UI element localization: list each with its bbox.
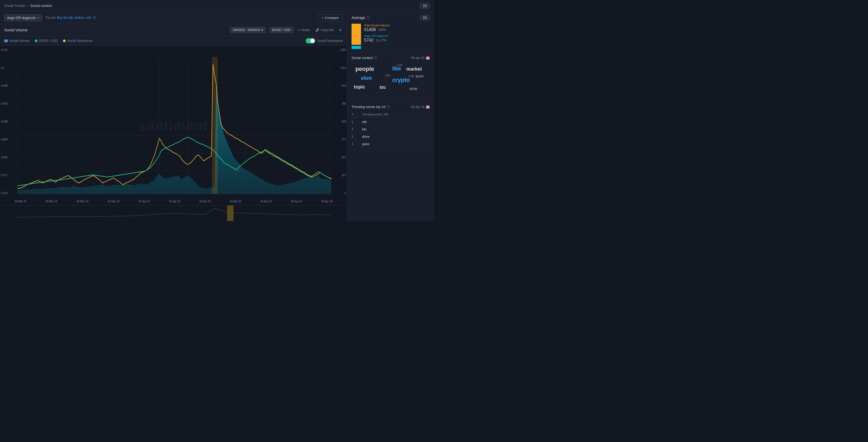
word-elon: elon — [361, 75, 372, 81]
chart-area: santiment 0.103 0.1 0.096 0.092 0.088 0.… — [0, 46, 347, 205]
doge-stat-values: 5742 11.17% — [364, 38, 430, 43]
sc-header: Social context ⓘ 05 Apr 23 📅 — [351, 56, 430, 60]
tw-col-word: Trending words, 24h — [362, 113, 430, 116]
tw-info-icon[interactable]: ⓘ — [387, 104, 390, 109]
mini-chart-svg — [0, 206, 347, 221]
mini-chart — [0, 205, 347, 221]
chart-header: Social Volume 29/03/23 - 05/04/23 ▾ DOGE… — [0, 24, 347, 36]
chart-svg — [0, 46, 347, 205]
social-dominance-toggle[interactable] — [306, 38, 315, 43]
tw-row-2[interactable]: 2 btc — [351, 126, 430, 133]
legend-social-dominance[interactable]: Social Dominance — [63, 39, 93, 43]
left-panel: doge OR dogecoin × Try out: Buy the dip,… — [0, 11, 347, 221]
y-left-7: 0.077 — [1, 174, 13, 177]
word-crypto: crypto — [392, 77, 410, 84]
chart-legend: Social Volume DOGE / USD Social Dominanc… — [0, 36, 347, 46]
doge-count: 5742 — [364, 38, 374, 43]
y-right-2: 943 — [335, 84, 346, 87]
word-market: market — [406, 66, 422, 72]
gear-icon: ⚙ — [339, 28, 342, 32]
word-like: like — [392, 66, 401, 72]
nav-right: 1D — [420, 3, 430, 9]
try-out-link[interactable]: Buy the dip, bottom, sell — [57, 16, 91, 20]
share-button[interactable]: ⇗ Share — [297, 27, 311, 33]
tw-row-1[interactable]: 1 eth — [351, 118, 430, 126]
chart-title: Social Volume — [4, 28, 28, 32]
social-volume-color — [4, 39, 8, 42]
y-left-0: 0.103 — [1, 49, 13, 51]
chevron-down-icon: ▾ — [261, 28, 263, 32]
x-label-4: 01 Apr 23 — [138, 200, 150, 203]
tw-row-1-word: eth — [362, 120, 430, 124]
search-tag-text: doge OR dogecoin — [7, 16, 36, 20]
compare-button[interactable]: + Compare — [318, 14, 343, 21]
right-panel: Average ⓘ 1D Total Social Volume — [347, 11, 434, 221]
tw-calendar-icon[interactable]: 📅 — [426, 105, 430, 109]
search-tag-close[interactable]: × — [37, 16, 39, 20]
asset-button[interactable]: DOGE / USD — [269, 27, 293, 33]
y-right-4: 629 — [335, 120, 346, 123]
word-cloud: people 1.00 like market 0.91 elon 0.88 c… — [351, 64, 430, 98]
sc-calendar-icon[interactable]: 📅 — [426, 56, 430, 60]
x-label-10: 05 Apr 23 — [321, 200, 333, 203]
search-tag[interactable]: doge OR dogecoin × — [4, 14, 42, 21]
avg-visual: Total Social Volume 51408 100% doge OR d… — [351, 24, 430, 49]
sc-info-icon[interactable]: ⓘ — [374, 56, 377, 60]
time-period-btn[interactable]: 1D — [420, 3, 430, 9]
app-container: Social Trends › Social context 1D doge O… — [0, 0, 434, 221]
nav-home-link[interactable]: Social Trends — [4, 4, 25, 8]
date-range-button[interactable]: 29/03/23 - 05/04/23 ▾ — [230, 27, 266, 33]
info-icon: ⓘ — [93, 16, 96, 20]
total-stat-values: 51408 100% — [364, 27, 430, 32]
legend-doge-usd[interactable]: DOGE / USD — [35, 39, 58, 43]
y-right-0: 1258 — [335, 49, 346, 51]
tw-row-4-word: pass — [362, 142, 430, 146]
nav-separator: › — [27, 4, 28, 8]
total-bar — [351, 24, 361, 45]
word-btc: btc — [380, 85, 386, 90]
x-label-5: 01 Apr 23 — [169, 200, 181, 203]
search-bar: doge OR dogecoin × Try out: Buy the dip,… — [0, 11, 347, 24]
y-left-1: 0.1 — [1, 66, 13, 69]
tw-col-num: # — [351, 113, 358, 116]
legend-social-dominance-label: Social Dominance — [67, 39, 93, 43]
sc-date: 05 Apr 23 📅 — [411, 56, 430, 60]
tw-row-3-word: drive — [362, 135, 430, 138]
y-left-2: 0.096 — [1, 84, 13, 87]
word-score-2: 0.91 — [385, 74, 390, 77]
x-label-2: 30 Mar 23 — [77, 200, 89, 203]
avg-info-icon[interactable]: ⓘ — [367, 15, 370, 20]
word-post: post — [416, 74, 424, 78]
nav-current-page: Social context — [30, 4, 52, 8]
tw-row-4-num: 4 — [351, 142, 358, 146]
share-icon: ⇗ — [298, 28, 301, 32]
y-left-5: 0.084 — [1, 138, 13, 141]
y-left-8: 0.073 — [1, 192, 13, 195]
total-stat-label: Total Social Volume — [364, 24, 430, 27]
tw-title: Trending words top 10 ⓘ — [351, 104, 390, 109]
legend-social-volume-label: Social Volume — [9, 39, 30, 43]
legend-social-volume[interactable]: Social Volume — [4, 39, 30, 43]
sc-title: Social context ⓘ — [351, 56, 377, 60]
avg-time-btn[interactable]: 1D — [420, 15, 430, 21]
avg-title: Average ⓘ — [351, 15, 370, 20]
settings-button[interactable]: ⚙ — [338, 27, 343, 33]
tw-row-3[interactable]: 3 drive — [351, 133, 430, 140]
toggle-right: Social Dominance — [306, 38, 343, 43]
doge-bar — [351, 46, 361, 49]
word-topic: topic — [354, 84, 365, 90]
trending-words-table: # Trending words, 24h 1 eth 2 btc 3 driv… — [351, 112, 430, 148]
doge-stat-label: doge OR dogecoin — [364, 34, 430, 37]
link-icon: 🔗 — [315, 28, 319, 32]
y-right-3: 786 — [335, 102, 346, 105]
tw-row-2-word: btc — [362, 127, 430, 131]
main-layout: doge OR dogecoin × Try out: Buy the dip,… — [0, 11, 434, 221]
average-section: Average ⓘ 1D Total Social Volume — [347, 11, 434, 53]
legend-doge-usd-label: DOGE / USD — [39, 39, 58, 43]
y-right-1: 1101 — [335, 66, 346, 69]
x-label-3: 31 Mar 23 — [107, 200, 119, 203]
copy-link-button[interactable]: 🔗 Copy link — [314, 27, 335, 33]
tw-row-3-num: 3 — [351, 135, 358, 138]
tw-row-4[interactable]: 4 pass — [351, 140, 430, 148]
doge-pct: 11.17% — [376, 38, 386, 42]
